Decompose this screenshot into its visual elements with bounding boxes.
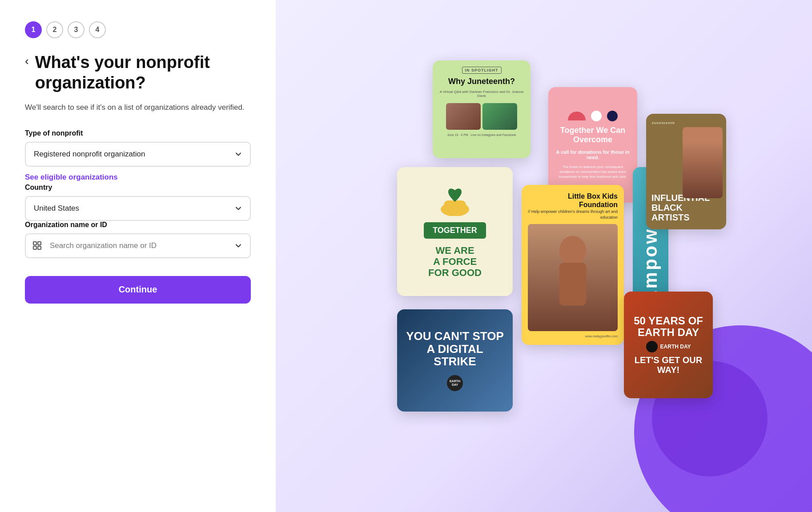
earth-day-badge: EARTH DAY [646,341,691,352]
earth-title: YOU CAN'T STOP A DIGITAL STRIKE [406,330,504,368]
years-title: 50 YEARS OF EARTH DAY [631,315,706,339]
ball-white-icon [591,111,602,121]
together-sub: A call for donations for those in need. [555,149,630,160]
juneteenth-subtitle: A Virtual Q&A with Darlean Francisco and… [438,90,525,98]
kids-website: www.reallygoodflio.com [528,335,618,338]
photo-man [446,103,481,130]
photo-woman [482,103,517,130]
left-panel: 1 2 3 4 ‹ What's your nonprofit organiza… [0,0,276,512]
org-search-icon [32,240,43,251]
earth-circle-icon [646,341,658,352]
right-panel: IN SPOTLIGHT Why Juneteenth? A Virtual Q… [276,0,812,512]
kids-body: // Help empower children's dreams throug… [528,209,618,220]
together-title: Together We Can Overcome [555,126,630,145]
org-search-wrapper [25,233,251,258]
type-label: Type of nonprofit [25,129,251,137]
svg-rect-2 [38,242,41,245]
title-section: ‹ What's your nonprofit organization? [25,52,251,93]
country-dropdown[interactable]: United States [25,196,251,221]
country-label: Country [25,184,251,192]
card-kids-foundation: Little Box Kids Foundation // Help empow… [522,185,624,345]
together-icons [568,111,618,121]
step-3[interactable]: 3 [68,21,84,38]
semicircle-icon [568,112,586,120]
lets-get-text: LET'S GET OUR WAY! [631,355,706,375]
juneteenth-footer: June 19 · 4 PM · Live on Instagram and F… [447,133,516,136]
page-title: What's your nonprofit organization? [35,52,251,93]
org-section: Organization name or ID [25,221,251,258]
kids-title: Little Box Kids Foundation [528,192,618,209]
spotlight-label: IN SPOTLIGHT [462,67,502,74]
svg-rect-0 [33,242,36,245]
card-force-for-good: TOGETHER WE ARE A FORCE FOR GOOD [397,167,513,296]
country-section: Country United States [25,184,251,221]
card-influential-artists: Juneteenth INFLUENTIAL BLACK ARTISTS [646,114,726,229]
juneteenth-title: Why Juneteenth? [448,77,515,86]
together-badge: TOGETHER [424,222,486,239]
svg-rect-1 [33,246,36,249]
continue-button[interactable]: Continue [25,276,251,304]
svg-rect-3 [38,246,41,249]
kids-header: Little Box Kids Foundation // Help empow… [528,192,618,220]
card-juneteenth: IN SPOTLIGHT Why Juneteenth? A Virtual Q… [433,60,531,158]
org-label: Organization name or ID [25,221,251,229]
card-50-years-earth-day: 50 YEARS OF EARTH DAY EARTH DAY LET'S GE… [624,292,713,398]
card-digital-strike: YOU CAN'T STOP A DIGITAL STRIKE EARTHDAY [397,309,513,412]
org-search-input[interactable] [25,233,251,258]
svg-point-7 [559,236,586,266]
svg-rect-5 [444,200,466,210]
eligible-link[interactable]: See eligible organizations [25,173,251,182]
step-4[interactable]: 4 [89,21,106,38]
earth-day-text: EARTH DAY [660,344,691,350]
earth-day-logo: EARTHDAY [447,375,463,391]
influential-person-photo [683,127,723,198]
ball-navy-icon [607,111,618,121]
kid-photo [528,224,618,331]
step-1[interactable]: 1 [25,21,42,38]
back-button[interactable]: ‹ [25,55,29,67]
type-section: Type of nonprofit Registered nonprofit o… [25,129,251,167]
together-body: The funds to address your consequent don… [555,164,630,180]
subtitle-text: We'll search to see if it's on a list of… [25,102,251,113]
earth-logo-text: EARTHDAY [450,380,460,387]
step-2[interactable]: 2 [46,21,63,38]
heart-hand-icon [435,185,475,216]
force-text: WE ARE A FORCE FOR GOOD [428,245,482,279]
cards-container: IN SPOTLIGHT Why Juneteenth? A Virtual Q… [388,60,699,452]
step-indicators: 1 2 3 4 [25,21,251,38]
juneteenth-photos [446,103,517,130]
svg-rect-8 [559,262,586,305]
type-dropdown[interactable]: Registered nonprofit organization [25,142,251,167]
influential-label: Juneteenth [651,121,721,125]
